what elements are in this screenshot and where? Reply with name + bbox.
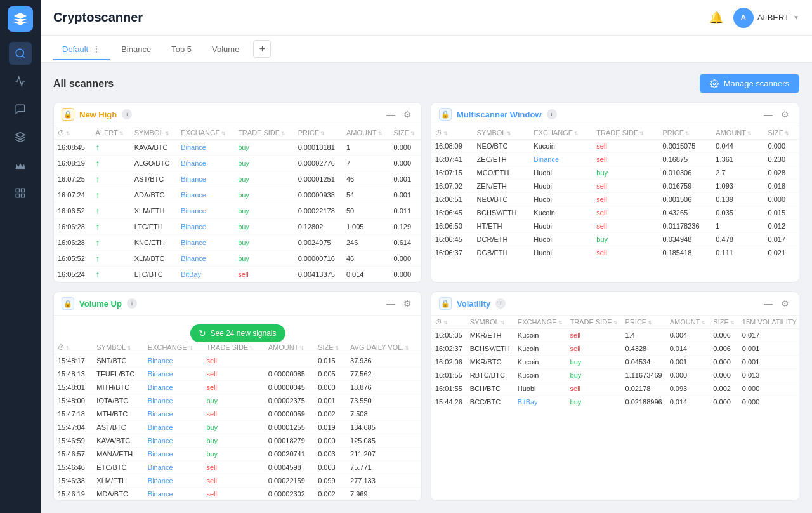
size-cell: 0.000	[390, 251, 421, 267]
exchange-cell[interactable]: Huobi	[530, 193, 593, 206]
exchange-cell[interactable]: Kucoin	[514, 356, 566, 369]
exchange-link[interactable]: Binance	[148, 397, 173, 404]
exchange-link[interactable]: Binance	[181, 191, 206, 199]
exchange-link[interactable]: Binance	[181, 175, 206, 183]
exchange-cell[interactable]: Kucoin	[514, 329, 566, 342]
amount-cell: 0.014	[666, 342, 710, 356]
exchange-cell[interactable]: Binance	[144, 408, 203, 421]
tab-default-menu[interactable]: ⋮	[92, 44, 101, 54]
exchange-cell[interactable]: Binance	[144, 448, 203, 461]
scanner-multiscanner-settings[interactable]: ⚙	[778, 108, 791, 121]
sidebar-item-scanner[interactable]	[9, 42, 32, 65]
exchange-link[interactable]: Binance	[181, 207, 206, 215]
exchange-cell[interactable]: Binance	[177, 140, 234, 156]
exchange-cell[interactable]: Binance	[144, 421, 203, 434]
exchange-link[interactable]: BitBay	[518, 398, 538, 406]
exchange-cell[interactable]: Huobi	[530, 246, 593, 260]
exchange-link[interactable]: Binance	[181, 223, 206, 230]
sidebar-item-messages[interactable]	[9, 98, 32, 121]
scanner-new-high-settings[interactable]: ⚙	[401, 108, 414, 121]
exchange-cell[interactable]: Binance	[177, 235, 234, 251]
exchange-cell[interactable]: Binance	[144, 368, 203, 381]
exchange-link[interactable]: Binance	[181, 143, 206, 151]
exchange-cell[interactable]: Kucoin	[530, 206, 593, 220]
scanner-volatility-settings[interactable]: ⚙	[778, 297, 791, 310]
exchange-cell[interactable]: Binance	[144, 474, 203, 488]
exchange-link[interactable]: Binance	[148, 410, 173, 418]
exchange-link[interactable]: Binance	[148, 437, 173, 444]
exchange-cell[interactable]: Binance	[177, 156, 234, 171]
exchange-cell[interactable]: Kucoin	[514, 369, 566, 382]
exchange-link[interactable]: Binance	[181, 159, 206, 167]
exchange-cell[interactable]: Huobi	[514, 382, 566, 396]
exchange-cell[interactable]: Binance	[144, 394, 203, 408]
exchange-cell[interactable]: Huobi	[530, 180, 593, 193]
exchange-link[interactable]: Binance	[148, 463, 173, 471]
exchange-cell[interactable]: Kucoin	[530, 140, 593, 153]
tab-binance[interactable]: Binance	[112, 39, 160, 60]
exchange-cell[interactable]: BitBay	[177, 267, 234, 283]
scanner-new-high-minimize[interactable]: —	[384, 108, 397, 121]
avg-daily-vol-cell: 7.969	[346, 488, 421, 501]
time-cell: 16:01:55	[431, 382, 466, 396]
exchange-cell[interactable]: Binance	[144, 488, 203, 501]
trade-side-sell: sell	[206, 383, 217, 391]
exchange-cell[interactable]: Binance	[177, 203, 234, 219]
exchange-link[interactable]: Binance	[148, 357, 173, 364]
exchange-cell[interactable]: BitBay	[514, 396, 566, 409]
exchange-cell[interactable]: Binance	[177, 251, 234, 267]
scanner-volatility-minimize[interactable]: —	[762, 297, 775, 310]
exchange-cell[interactable]: Binance	[144, 381, 203, 394]
app-logo[interactable]	[8, 6, 33, 32]
exchange-link[interactable]: Binance	[181, 239, 206, 246]
scanner-volume-up-settings[interactable]: ⚙	[401, 297, 414, 310]
exchange-cell[interactable]: Huobi	[530, 220, 593, 233]
exchange-link[interactable]: Binance	[181, 255, 206, 262]
scanner-volatility-info[interactable]: i	[495, 298, 506, 309]
scanner-multiscanner-minimize[interactable]: —	[762, 108, 775, 121]
price-cell: 0.4328	[622, 342, 666, 356]
table-row: 16:05:24 ↑ LTC/BTC BitBay sell 0.0041337…	[54, 267, 421, 283]
exchange-link[interactable]: BitBay	[181, 270, 201, 278]
exchange-cell[interactable]: Binance	[177, 219, 234, 235]
size-cell: 0.006	[709, 342, 738, 356]
th-symbol: SYMBOL⇅	[473, 126, 530, 140]
tab-volume[interactable]: Volume	[203, 39, 248, 60]
exchange-cell[interactable]: Binance	[144, 354, 203, 368]
th-time: ⏱⇅	[431, 126, 473, 140]
exchange-link[interactable]: Binance	[534, 156, 559, 163]
tab-default[interactable]: Default ⋮	[53, 39, 110, 60]
exchange-cell[interactable]: Binance	[177, 171, 234, 187]
tab-top5[interactable]: Top 5	[162, 39, 200, 60]
exchange-cell[interactable]: Binance	[144, 434, 203, 448]
scanner-volume-up-info[interactable]: i	[127, 298, 137, 309]
exchange-link[interactable]: Binance	[148, 383, 173, 391]
exchange-cell[interactable]: Binance	[144, 461, 203, 474]
exchange-cell[interactable]: Binance	[177, 187, 234, 203]
symbol-cell: XLM/ETH	[93, 474, 143, 488]
scanner-volume-up-thead-row: ⏱⇅ SYMBOL⇅ EXCHANGE⇅ TRADE SIDE⇅ AMOUNT⇅…	[54, 341, 421, 354]
manage-scanners-button[interactable]: Manage scanners	[700, 74, 799, 93]
size-cell: 0.012	[764, 220, 799, 233]
exchange-cell[interactable]: Binance	[530, 153, 593, 166]
user-menu[interactable]: A ALBERT ▼	[733, 8, 799, 28]
exchange-cell[interactable]: Kucoin	[514, 342, 566, 356]
exchange-cell[interactable]: Huobi	[530, 166, 593, 180]
exchange-link[interactable]: Binance	[148, 423, 173, 431]
exchange-link[interactable]: Binance	[148, 370, 173, 378]
exchange-cell[interactable]: Huobi	[530, 233, 593, 246]
exchange-link[interactable]: Binance	[148, 477, 173, 484]
sidebar-item-grid[interactable]	[9, 182, 32, 204]
sidebar-item-chart[interactable]	[9, 70, 32, 93]
scanner-new-high-info[interactable]: i	[122, 109, 132, 119]
scanner-multiscanner-info[interactable]: i	[547, 109, 557, 119]
sidebar-item-portfolio[interactable]	[9, 126, 32, 149]
scanner-volume-up-minimize[interactable]: —	[384, 297, 397, 310]
new-signals-banner[interactable]: ↻ See 24 new signals	[190, 324, 285, 342]
exchange-link[interactable]: Binance	[148, 490, 173, 498]
add-tab-button[interactable]: +	[253, 40, 271, 58]
notifications-icon[interactable]: 🔔	[709, 11, 723, 25]
exchange-link[interactable]: Binance	[148, 450, 173, 458]
sidebar-item-crown[interactable]	[9, 154, 32, 177]
size-cell: 0.000	[709, 369, 738, 382]
